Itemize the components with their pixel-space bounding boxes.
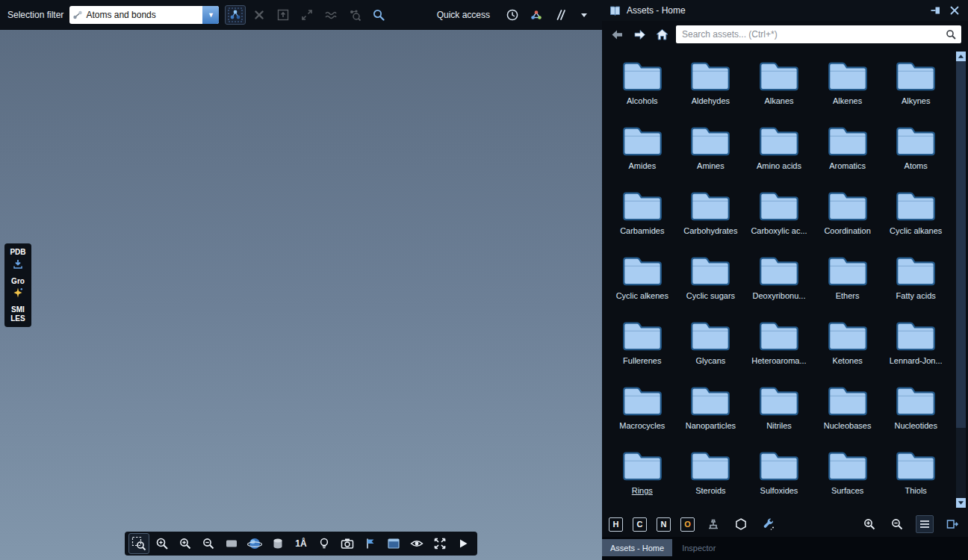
- play-button[interactable]: [453, 533, 474, 554]
- zoom-in-button[interactable]: [175, 533, 196, 554]
- asset-folder[interactable]: Aromatics: [813, 117, 882, 182]
- camera-button[interactable]: [337, 533, 358, 554]
- asset-folder[interactable]: Amides: [608, 117, 677, 182]
- asset-folder[interactable]: Ethers: [813, 247, 882, 312]
- add-molecule-button[interactable]: [526, 5, 547, 25]
- search-input[interactable]: [680, 28, 943, 40]
- recent-button[interactable]: [502, 5, 523, 25]
- zoom-fit-button[interactable]: [152, 533, 173, 554]
- asset-folder[interactable]: Carboxylic ac...: [745, 182, 813, 247]
- asset-folder[interactable]: Alkanes: [745, 52, 813, 117]
- zoom-region-button[interactable]: [128, 533, 149, 554]
- asset-folder[interactable]: Sulfoxides: [745, 442, 813, 507]
- scrollbar[interactable]: [956, 52, 966, 508]
- scroll-down-button[interactable]: [956, 498, 966, 508]
- asset-folder[interactable]: Carbohydrates: [677, 182, 745, 247]
- folder-label: Steroids: [695, 486, 725, 495]
- asset-folder[interactable]: Glycans: [677, 312, 745, 377]
- element-o-button[interactable]: O: [680, 517, 695, 532]
- asset-folder[interactable]: Nanoparticles: [677, 377, 745, 442]
- tab-inspector[interactable]: Inspector: [674, 539, 724, 556]
- folder-label: Coordination: [824, 226, 870, 235]
- list-view-button[interactable]: [916, 515, 934, 533]
- asset-folder[interactable]: Aldehydes: [677, 52, 745, 117]
- assets-zoom-in-button[interactable]: [860, 515, 878, 533]
- pdb-import-button[interactable]: PDB: [10, 248, 25, 270]
- light-button[interactable]: [314, 533, 335, 554]
- asset-folder[interactable]: Amines: [677, 117, 745, 182]
- asset-folder[interactable]: Rings: [608, 442, 677, 507]
- asset-folder[interactable]: Alkynes: [881, 52, 950, 117]
- asset-folder[interactable]: Nucleotides: [881, 377, 950, 442]
- tab-assets-home[interactable]: Assets - Home: [602, 539, 672, 556]
- assets-zoom-out-button[interactable]: [888, 515, 906, 533]
- element-n-button[interactable]: N: [657, 517, 671, 532]
- select-parent-button[interactable]: [273, 5, 294, 25]
- asset-folder[interactable]: Alkenes: [813, 52, 882, 117]
- asset-folder[interactable]: Carbamides: [608, 182, 677, 247]
- folder-label: Aldehydes: [692, 96, 730, 105]
- zoom-out-button[interactable]: [198, 533, 219, 554]
- folder-icon: [621, 448, 664, 482]
- asset-folder[interactable]: Macrocycles: [608, 377, 677, 442]
- scroll-up-button[interactable]: [956, 52, 966, 61]
- scale-button[interactable]: 1Å: [291, 533, 311, 554]
- search-selection-button[interactable]: [368, 5, 389, 25]
- element-h-button[interactable]: H: [609, 517, 623, 532]
- folder-icon: [689, 188, 732, 223]
- asset-folder[interactable]: Amino acids: [745, 117, 813, 182]
- select-similar-button[interactable]: [344, 5, 365, 25]
- asset-folder[interactable]: Nitriles: [745, 377, 813, 442]
- smiles-import-button[interactable]: SMI LES: [10, 305, 25, 323]
- asset-folder[interactable]: Lennard-Jon...: [881, 312, 950, 377]
- annotation-button[interactable]: [360, 533, 381, 554]
- asset-folder[interactable]: Surfaces: [813, 442, 882, 507]
- back-button[interactable]: [609, 26, 625, 43]
- asset-folder[interactable]: Fullerenes: [608, 312, 677, 377]
- select-molecule-button[interactable]: [225, 5, 246, 25]
- gro-import-button[interactable]: Gro: [11, 277, 25, 299]
- element-c-button[interactable]: C: [633, 517, 647, 532]
- selection-filter-dropdown[interactable]: Atoms and bonds ▼: [69, 6, 219, 24]
- expand-selection-button[interactable]: [297, 5, 317, 25]
- asset-folder[interactable]: Heteroaroma...: [745, 312, 813, 377]
- asset-folder[interactable]: Cyclic alkanes: [881, 182, 950, 247]
- dropdown-arrow-button[interactable]: ▼: [202, 6, 219, 24]
- scrollbar-thumb[interactable]: [956, 61, 966, 428]
- folder-icon: [826, 123, 869, 158]
- asset-folder[interactable]: Alcohols: [608, 52, 677, 117]
- cylinder-button[interactable]: [267, 533, 288, 554]
- asset-folder[interactable]: Ketones: [813, 312, 882, 377]
- home-button[interactable]: [654, 26, 670, 43]
- forward-button[interactable]: [631, 26, 648, 43]
- ring-tool-button[interactable]: [732, 515, 750, 533]
- scrollbar-track[interactable]: [956, 61, 966, 498]
- selection-buttons-group: [225, 5, 389, 25]
- asset-folder[interactable]: Deoxyribonu...: [745, 247, 813, 312]
- fix-tool-button[interactable]: [760, 515, 778, 533]
- visibility-button[interactable]: [406, 533, 427, 554]
- asset-folder[interactable]: Fatty acids: [881, 247, 950, 312]
- pin-button[interactable]: [929, 4, 943, 17]
- asset-folder[interactable]: Nucleobases: [813, 377, 882, 442]
- folder-label: Glycans: [696, 356, 726, 365]
- viewport-3d[interactable]: Selection filter Atoms and bonds ▼ Quick…: [0, 0, 602, 560]
- measure-button[interactable]: [550, 5, 571, 25]
- fullscreen-button[interactable]: [429, 533, 450, 554]
- select-bonds-button[interactable]: [320, 5, 341, 25]
- view-plane-button[interactable]: [221, 533, 242, 554]
- clear-selection-button[interactable]: [249, 5, 270, 25]
- asset-folder[interactable]: Steroids: [677, 442, 745, 507]
- orbit-button[interactable]: [244, 533, 265, 554]
- close-button[interactable]: [948, 4, 961, 17]
- asset-folder[interactable]: Thiols: [881, 442, 950, 507]
- presentation-button[interactable]: [383, 533, 404, 554]
- quick-access-menu-button[interactable]: [574, 5, 595, 25]
- panel-toggle-button[interactable]: [943, 515, 961, 533]
- asset-folder[interactable]: Cyclic alkenes: [608, 247, 677, 312]
- asset-folder[interactable]: Atoms: [881, 117, 950, 182]
- asset-folder[interactable]: Cyclic sugars: [677, 247, 745, 312]
- build-tool-button[interactable]: [704, 515, 722, 533]
- folder-label: Nucleotides: [894, 421, 937, 430]
- asset-folder[interactable]: Coordination: [813, 182, 882, 247]
